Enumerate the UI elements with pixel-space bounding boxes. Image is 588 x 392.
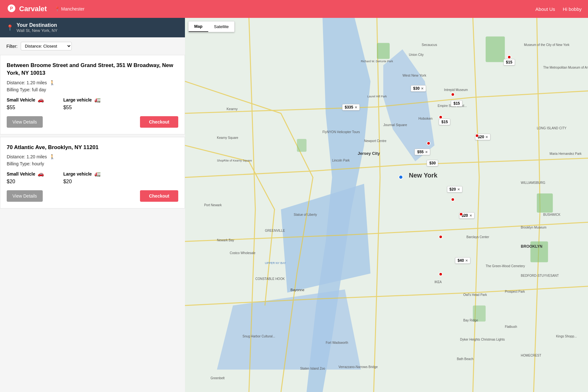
svg-text:IKEA: IKEA <box>434 280 442 284</box>
svg-text:Secaucus: Secaucus <box>422 43 437 47</box>
small-vehicle-col-2: Small Vehicle 🚗 $20 <box>7 171 44 185</box>
svg-text:Lincoln Park: Lincoln Park <box>332 159 350 162</box>
parking-address-1: Between Broome Street and Grand Street, … <box>7 62 178 77</box>
svg-text:Brooklyn Museum: Brooklyn Museum <box>521 226 546 229</box>
small-vehicle-icon-1: 🚗 <box>38 97 44 102</box>
svg-text:Union City: Union City <box>409 53 423 57</box>
parking-dot-2[interactable] <box>439 115 443 119</box>
svg-text:Costco Wholesale: Costco Wholesale <box>230 251 255 255</box>
price-label-1[interactable]: $335✕ <box>342 104 360 110</box>
parking-billing-2: Billing Type: hourly <box>7 161 178 166</box>
user-greeting: Hi bobby <box>563 6 582 12</box>
large-vehicle-price-2: $20 <box>63 179 100 185</box>
svg-text:Hoboken: Hoboken <box>418 117 432 120</box>
svg-text:Journal Square: Journal Square <box>383 123 407 127</box>
price-label-6[interactable]: $15 <box>503 59 515 65</box>
svg-text:Fort Wadsworth: Fort Wadsworth <box>326 341 348 344</box>
price-label-4[interactable]: $15 <box>439 119 450 125</box>
view-details-button-1[interactable]: View Details <box>7 116 43 128</box>
svg-text:Flatbush: Flatbush <box>505 325 517 328</box>
svg-text:Greenbelt: Greenbelt <box>210 376 224 380</box>
parking-billing-1: Billing Type: full day <box>7 87 178 92</box>
small-vehicle-price-2: $20 <box>7 179 44 185</box>
svg-text:BUSHWICK: BUSHWICK <box>543 213 561 216</box>
svg-text:Jersey City: Jersey City <box>358 151 380 156</box>
large-vehicle-col-1: Large vehicle 🚛 $55 <box>63 97 100 110</box>
filter-label: Filter: <box>6 44 18 49</box>
svg-text:Laurel Hill Park: Laurel Hill Park <box>367 95 387 98</box>
parking-dot-8[interactable] <box>439 235 443 239</box>
view-details-button-2[interactable]: View Details <box>7 190 43 202</box>
small-vehicle-col-1: Small Vehicle 🚗 $55 <box>7 97 44 110</box>
destination-pin-icon: 📍 <box>6 24 13 31</box>
filter-select[interactable]: Distance: Closest Distance: Farthest Pri… <box>21 42 72 50</box>
svg-text:BEDFORD-STUYVESANT: BEDFORD-STUYVESANT <box>521 274 559 277</box>
destination-address: Wall St, New York, NY <box>17 28 57 33</box>
large-vehicle-icon-2: 🚛 <box>94 171 101 177</box>
walk-icon-1: 🚶 <box>49 80 55 85</box>
parking-card-2: 70 Atlantic Ave, Brooklyn, NY 11201 Dist… <box>0 137 185 209</box>
location-pin-icon: 📍 <box>55 6 60 11</box>
walk-icon-2: 🚶 <box>49 154 55 159</box>
parking-dot-6[interactable] <box>451 198 455 201</box>
price-label-2[interactable]: $30✕ <box>411 85 426 92</box>
svg-text:ShopRite of Kearny Square: ShopRite of Kearny Square <box>217 159 252 162</box>
svg-text:Port Newark: Port Newark <box>204 203 222 207</box>
small-vehicle-price-1: $55 <box>7 105 44 110</box>
price-label-11[interactable]: $40✕ <box>455 257 470 264</box>
vehicle-row-2: Small Vehicle 🚗 $20 Large vehicle 🚛 $20 <box>7 171 178 185</box>
map-background[interactable]: Kearny Kearny Square West New York Union… <box>185 18 588 392</box>
svg-text:GREENVILLE: GREENVILLE <box>265 229 285 232</box>
parking-distance-2: Distance: 1.20 miles 🚶 <box>7 154 178 159</box>
svg-text:Statue of Liberty: Statue of Liberty <box>294 213 317 216</box>
svg-text:LONG ISLAND CITY: LONG ISLAND CITY <box>537 126 566 130</box>
svg-text:Prospect Park: Prospect Park <box>505 290 525 293</box>
small-vehicle-icon-2: 🚗 <box>38 171 44 177</box>
location-selector[interactable]: 📍 Manchester <box>55 6 85 11</box>
about-us-link[interactable]: About Us <box>535 6 555 12</box>
parking-distance-1: Distance: 1.20 miles 🚶 <box>7 80 178 85</box>
destination-title: Your Destination <box>17 22 57 28</box>
svg-rect-5 <box>297 139 306 152</box>
price-label-8[interactable]: $30 <box>427 160 438 166</box>
logo[interactable]: P Carvalet <box>6 4 47 14</box>
logo-text: Carvalet <box>19 5 47 13</box>
svg-text:Snug Harbor Cultural...: Snug Harbor Cultural... <box>243 335 275 338</box>
svg-rect-6 <box>537 193 553 213</box>
price-label-7[interactable]: $55✕ <box>415 149 430 155</box>
map-tab-map[interactable]: Map <box>188 21 208 32</box>
location-label: Manchester <box>61 6 85 11</box>
svg-text:Maria Hernandez Park: Maria Hernandez Park <box>550 152 582 156</box>
svg-text:Richard W. DeKorte Park: Richard W. DeKorte Park <box>361 60 393 63</box>
svg-text:The Green-Wood Cemetery: The Green-Wood Cemetery <box>486 264 525 268</box>
checkout-button-2[interactable]: Checkout <box>140 190 178 202</box>
svg-text:FlyNYON Helicopter Tours: FlyNYON Helicopter Tours <box>322 130 360 134</box>
map-tab-satellite[interactable]: Satellite <box>208 21 234 32</box>
large-vehicle-label-1: Large vehicle 🚛 <box>63 97 100 103</box>
left-panel: 📍 Your Destination Wall St, New York, NY… <box>0 18 185 392</box>
filter-bar: Filter: Distance: Closest Distance: Fart… <box>0 37 185 55</box>
price-label-9[interactable]: $20✕ <box>447 186 462 192</box>
parking-dot-7[interactable] <box>459 212 463 216</box>
svg-rect-3 <box>486 36 505 62</box>
svg-text:Bath Beach: Bath Beach <box>457 357 474 361</box>
svg-text:Kearny: Kearny <box>226 107 238 111</box>
destination-info: Your Destination Wall St, New York, NY <box>17 22 57 33</box>
parking-card-1: Between Broome Street and Grand Street, … <box>0 55 185 134</box>
svg-text:Museum of the City of New York: Museum of the City of New York <box>524 43 570 47</box>
parking-address-2: 70 Atlantic Ave, Brooklyn, NY 11201 <box>7 144 178 151</box>
svg-text:UPPER NY BAY: UPPER NY BAY <box>265 261 286 265</box>
svg-text:The Metropolitan Museum of Art: The Metropolitan Museum of Art <box>543 66 588 69</box>
svg-text:Newark Bay: Newark Bay <box>217 238 234 242</box>
header-nav: About Us Hi bobby <box>535 6 582 12</box>
card-actions-2: View Details Checkout <box>7 190 178 202</box>
svg-text:Newport Centre: Newport Centre <box>364 139 387 143</box>
svg-text:BROOKLYN: BROOKLYN <box>521 244 542 249</box>
app-header: P Carvalet 📍 Manchester About Us Hi bobb… <box>0 0 588 18</box>
svg-text:Verrazzano-Narrows Bridge: Verrazzano-Narrows Bridge <box>339 365 378 369</box>
svg-text:West New York: West New York <box>402 73 426 77</box>
checkout-button-1[interactable]: Checkout <box>140 116 178 128</box>
svg-text:Bay Ridge: Bay Ridge <box>463 319 478 322</box>
svg-text:HOMECREST: HOMECREST <box>521 354 541 358</box>
price-label-3[interactable]: $15 <box>451 100 462 107</box>
